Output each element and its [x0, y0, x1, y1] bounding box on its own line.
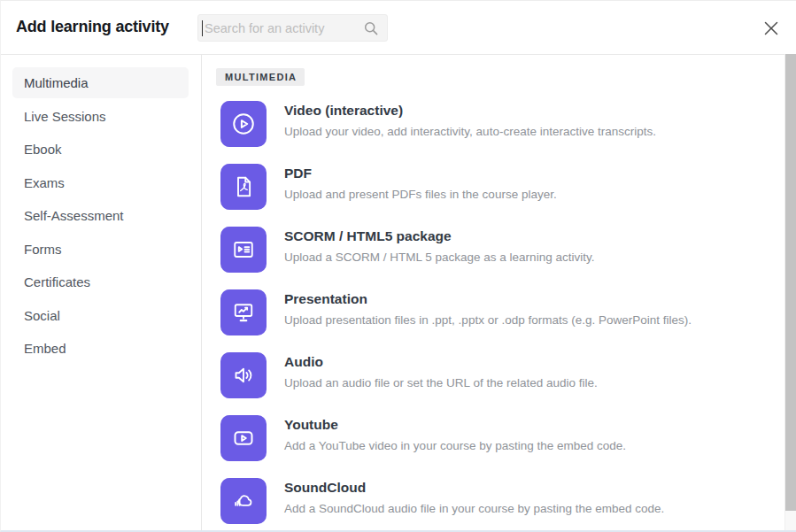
activity-description: Upload your video, add interactivity, au… [284, 125, 656, 138]
activity-audio[interactable]: Audio Upload an audio file or set the UR… [220, 352, 785, 398]
activity-title: Presentation [284, 291, 692, 307]
activity-description: Upload and present PDFs files in the cou… [284, 188, 557, 201]
page-title: Add learning activity [16, 18, 169, 36]
pdf-icon [230, 173, 257, 200]
activity-youtube[interactable]: Youtube Add a YouTube video in your cour… [220, 415, 785, 461]
sidebar-item-certificates[interactable]: Certificates [12, 266, 189, 297]
activity-description: Add a SoundCloud audio file in your cour… [284, 502, 664, 515]
scorm-icon [230, 236, 257, 263]
activity-text: Youtube Add a YouTube video in your cour… [284, 415, 626, 452]
activity-list: Video (interactive) Upload your video, a… [203, 101, 785, 524]
activity-title: PDF [284, 166, 557, 181]
activity-description: Upload a SCORM / HTML 5 package as a lea… [284, 251, 594, 264]
activity-icon-tile [220, 227, 267, 273]
activity-title: Video (interactive) [284, 103, 656, 119]
video-interactive-icon [230, 111, 257, 137]
activity-description: Upload presentation files in .ppt, .pptx… [284, 313, 692, 327]
sidebar-item-exams[interactable]: Exams [12, 167, 189, 198]
sidebar-item-social[interactable]: Social [12, 300, 189, 331]
activity-icon-tile [220, 478, 267, 524]
activity-presentation[interactable]: Presentation Upload presentation files i… [220, 289, 785, 335]
sidebar-item-embed[interactable]: Embed [12, 333, 189, 364]
section-label: MULTIMEDIA [216, 68, 305, 86]
youtube-icon [230, 425, 257, 451]
activity-list-panel: MULTIMEDIA Video (interactive) Upload yo… [203, 55, 785, 528]
activity-icon-tile [220, 415, 267, 461]
activity-soundcloud[interactable]: SoundCloud Add a SoundCloud audio file i… [220, 478, 785, 524]
activity-scorm[interactable]: SCORM / HTML5 package Upload a SCORM / H… [220, 227, 785, 273]
sidebar-item-live-sessions[interactable]: Live Sessions [12, 101, 189, 132]
dialog-header: Add learning activity [1, 1, 796, 55]
soundcloud-icon [230, 488, 257, 514]
activity-description: Add a YouTube video in your course by pa… [284, 439, 626, 452]
activity-text: Video (interactive) Upload your video, a… [284, 101, 656, 138]
scrollbar-track[interactable] [784, 54, 796, 530]
activity-text: SoundCloud Add a SoundCloud audio file i… [284, 478, 664, 515]
activity-text: PDF Upload and present PDFs files in the… [284, 164, 557, 201]
activity-video-interactive[interactable]: Video (interactive) Upload your video, a… [220, 101, 785, 147]
activity-text: Presentation Upload presentation files i… [284, 289, 692, 327]
audio-icon [230, 362, 257, 389]
sidebar-item-multimedia[interactable]: Multimedia [12, 67, 189, 98]
activity-icon-tile [220, 289, 267, 335]
add-learning-activity-dialog: Add learning activity Multimedia Live Se… [0, 0, 796, 532]
activity-icon-tile [220, 164, 267, 210]
scrollbar-thumb[interactable] [785, 54, 796, 511]
sidebar-item-ebook[interactable]: Ebook [12, 134, 189, 165]
activity-title: Youtube [284, 417, 626, 433]
search-input[interactable] [198, 15, 387, 41]
category-sidebar: Multimedia Live Sessions Ebook Exams Sel… [1, 55, 202, 530]
close-icon[interactable] [763, 20, 779, 36]
activity-title: SCORM / HTML5 package [284, 228, 594, 244]
activity-text: Audio Upload an audio file or set the UR… [284, 352, 598, 389]
activity-title: Audio [284, 354, 598, 370]
sidebar-item-self-assessment[interactable]: Self-Assessment [12, 200, 189, 231]
search-box [197, 14, 388, 42]
activity-description: Upload an audio file or set the URL of t… [284, 376, 598, 389]
presentation-icon [230, 299, 257, 326]
activity-title: SoundCloud [284, 480, 664, 496]
activity-icon-tile [220, 101, 267, 147]
activity-pdf[interactable]: PDF Upload and present PDFs files in the… [220, 164, 785, 210]
activity-text: SCORM / HTML5 package Upload a SCORM / H… [284, 227, 594, 264]
activity-icon-tile [220, 352, 267, 398]
sidebar-item-forms[interactable]: Forms [12, 234, 189, 265]
